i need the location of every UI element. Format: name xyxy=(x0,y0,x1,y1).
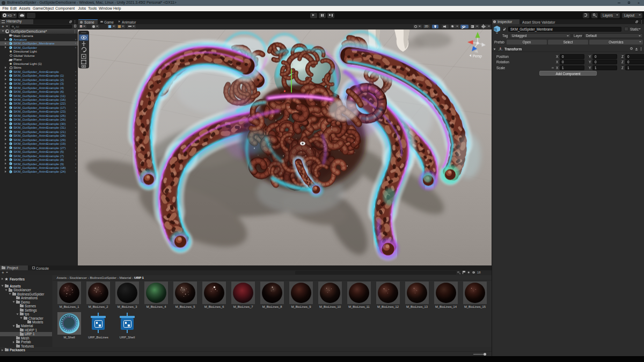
svg-text:Persp: Persp xyxy=(473,54,482,58)
